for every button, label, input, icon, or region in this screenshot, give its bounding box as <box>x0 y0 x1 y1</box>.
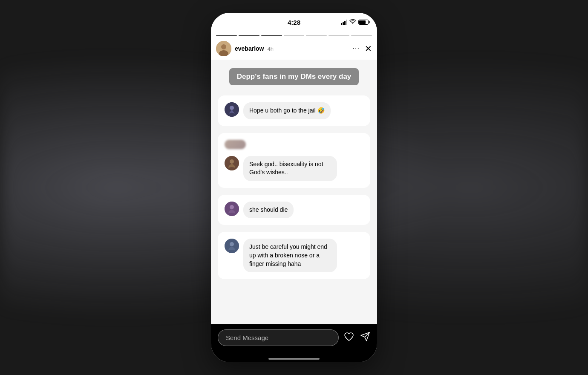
status-icons <box>341 19 369 26</box>
svg-point-1 <box>221 44 226 49</box>
status-bar: 4:28 <box>211 13 377 32</box>
bottom-action-icons <box>344 332 370 344</box>
progress-seg-2 <box>239 35 259 36</box>
message-row-3: she should die <box>225 202 363 219</box>
story-title: Depp's fans in my DMs every day <box>229 68 359 85</box>
svg-point-8 <box>230 205 234 209</box>
svg-point-4 <box>230 106 234 110</box>
sender-avatar-1 <box>225 102 239 117</box>
message-row-1: Hope u both go to the jail 🤣 <box>225 102 363 119</box>
home-bar <box>268 358 320 360</box>
progress-seg-4 <box>284 35 305 36</box>
username-label: evebarlow <box>235 45 264 52</box>
timestamp-label: 4h <box>267 46 273 52</box>
message-block-4: Just be careful you might end up with a … <box>218 232 370 279</box>
svg-point-6 <box>230 159 234 164</box>
heart-icon[interactable] <box>344 332 354 344</box>
story-actions: ··· ✕ <box>353 43 372 54</box>
progress-seg-6 <box>329 35 349 36</box>
message-bubble-2: Seek god.. bisexuality is not God's wish… <box>243 156 337 181</box>
send-icon[interactable] <box>360 332 370 344</box>
svg-point-10 <box>230 242 234 246</box>
more-options-icon[interactable]: ··· <box>353 45 360 52</box>
message-block-3: she should die <box>218 195 370 225</box>
close-icon[interactable]: ✕ <box>365 43 372 54</box>
send-message-input[interactable]: Send Message <box>218 329 339 346</box>
story-header: evebarlow 4h ··· ✕ <box>211 38 377 60</box>
message-block-1: Hope u both go to the jail 🤣 <box>218 95 370 126</box>
battery-icon <box>358 20 369 25</box>
signal-icon <box>341 20 347 25</box>
story-progress <box>211 32 377 38</box>
progress-seg-5 <box>306 35 327 36</box>
home-indicator <box>211 358 377 362</box>
progress-seg-1 <box>216 35 237 36</box>
progress-seg-7 <box>351 35 372 36</box>
bottom-bar: Send Message <box>211 324 377 358</box>
message-bubble-1: Hope u both go to the jail 🤣 <box>243 102 331 119</box>
sender-avatar-2 <box>225 156 239 170</box>
progress-seg-3 <box>261 35 282 36</box>
user-avatar <box>216 41 231 56</box>
sender-avatar-4 <box>225 239 239 253</box>
message-bubble-3: she should die <box>243 202 294 219</box>
story-content: Depp's fans in my DMs every day Hope u b… <box>211 60 377 324</box>
phone-frame: 4:28 <box>211 13 377 362</box>
message-bubble-4: Just be careful you might end up with a … <box>243 239 337 272</box>
blurred-preview <box>225 140 246 149</box>
message-row-2: Seek god.. bisexuality is not God's wish… <box>225 156 363 181</box>
story-user-info: evebarlow 4h <box>216 41 274 56</box>
status-time: 4:28 <box>288 19 300 26</box>
wifi-icon <box>349 19 356 26</box>
message-row-4: Just be careful you might end up with a … <box>225 239 363 272</box>
message-block-2: Seek god.. bisexuality is not God's wish… <box>218 133 370 188</box>
sender-avatar-3 <box>225 202 239 216</box>
